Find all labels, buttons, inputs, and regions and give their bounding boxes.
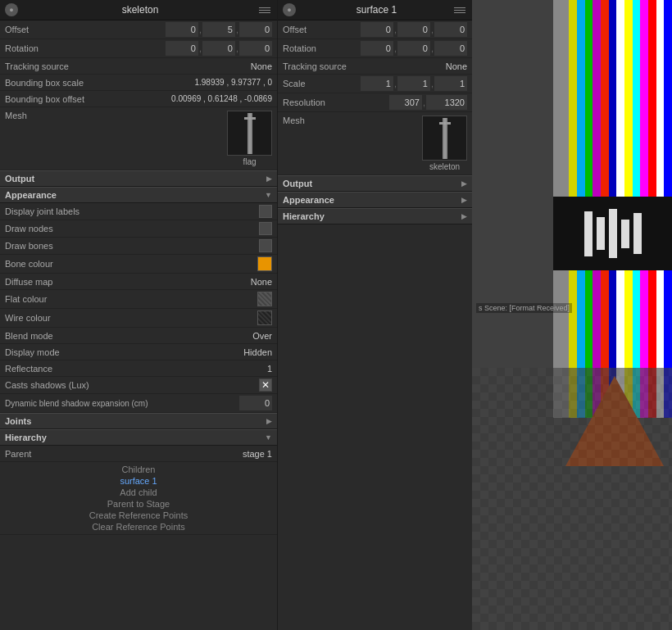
joints-section-header[interactable]: Joints ▶: [0, 413, 277, 429]
reflectance-label: Reflectance: [5, 364, 267, 374]
blend-mode-row: Blend mode Over: [0, 328, 277, 344]
logo-bar-3: [609, 209, 617, 258]
hierarchy-section-header[interactable]: Hierarchy ▼: [0, 429, 277, 446]
rp-resolution-inputs: ,: [389, 95, 467, 110]
rp-scale-label: Scale: [283, 79, 361, 88]
tracking-source-row: Tracking source None: [0, 58, 277, 75]
wire-colour-swatch[interactable]: [257, 310, 272, 325]
rp-appearance-arrow-icon: ▶: [461, 196, 467, 204]
logo-bar-5: [633, 213, 642, 254]
rp-scale-z[interactable]: [434, 76, 467, 91]
viewport-grid: [472, 368, 672, 630]
rp-offset-x[interactable]: [361, 22, 393, 37]
flat-colour-row: Flat colour: [0, 290, 277, 309]
rp-hierarchy-arrow-icon: ▶: [461, 212, 467, 220]
viewport-floor: [472, 368, 672, 630]
rp-scale-x[interactable]: [361, 76, 393, 91]
rotation-y[interactable]: [202, 41, 235, 56]
clear-reference-points-button[interactable]: Clear Reference Points: [5, 521, 272, 533]
display-joint-labels-label: Display joint labels: [5, 206, 259, 216]
rotation-x[interactable]: [166, 41, 198, 56]
left-panel-menu-button[interactable]: [259, 3, 272, 16]
appearance-section-header[interactable]: Appearance ▼: [0, 187, 277, 203]
right-panel: ● surface 1 Offset , , Rotation , , Trac…: [277, 0, 472, 630]
offset-inputs: , ,: [166, 22, 272, 37]
reflectance-row: Reflectance 1: [0, 360, 277, 377]
mesh-thumbnail[interactable]: [227, 111, 272, 156]
appearance-arrow-icon: ▼: [265, 191, 272, 199]
casts-shadows-label: Casts shadows (Lux): [5, 380, 259, 390]
reflectance-value: 1: [267, 364, 272, 374]
display-joint-labels-checkbox[interactable]: [259, 205, 272, 218]
offset-y[interactable]: [202, 22, 235, 37]
rotation-row: Rotation , ,: [0, 39, 277, 58]
rp-output-section-header[interactable]: Output ▶: [278, 175, 472, 192]
rp-tracking-row: Tracking source None: [278, 58, 472, 75]
draw-nodes-checkbox[interactable]: [259, 222, 272, 235]
rp-tracking-value: None: [446, 61, 467, 71]
rp-resolution-y[interactable]: [426, 95, 467, 110]
blend-mode-value: Over: [252, 331, 272, 341]
right-panel-title: surface 1: [299, 4, 454, 16]
rp-rotation-row: Rotation , ,: [278, 39, 472, 58]
rp-rotation-label: Rotation: [283, 43, 361, 53]
create-reference-points-button[interactable]: Create Reference Points: [5, 510, 272, 521]
flat-colour-swatch[interactable]: [257, 292, 272, 306]
bone-colour-row: Bone colour: [0, 255, 277, 274]
joints-arrow-icon: ▶: [266, 417, 272, 425]
diffuse-map-row: Diffuse map None: [0, 274, 277, 290]
offset-x[interactable]: [166, 22, 198, 37]
hierarchy-children: Children surface 1 Add child Parent to S…: [0, 462, 277, 535]
dark-overlay: [553, 197, 672, 270]
rp-tracking-label: Tracking source: [283, 61, 446, 71]
wire-colour-label: Wire colour: [5, 313, 257, 323]
hierarchy-label: Hierarchy: [5, 433, 47, 442]
rp-output-arrow-icon: ▶: [461, 179, 467, 188]
rp-offset-inputs: , ,: [361, 22, 467, 37]
rp-mesh-thumbnail[interactable]: [422, 116, 467, 161]
rotation-inputs: , ,: [166, 41, 272, 56]
parent-to-stage-button[interactable]: Parent to Stage: [5, 498, 272, 510]
draw-bones-row: Draw bones: [0, 238, 277, 255]
rp-appearance-label: Appearance: [283, 195, 334, 205]
rp-offset-y[interactable]: [397, 22, 430, 37]
rp-offset-label: Offset: [283, 25, 361, 34]
offset-z[interactable]: [239, 22, 272, 37]
blend-mode-label: Blend mode: [5, 331, 252, 341]
left-panel: ● skeleton Offset , , Rotation , , Track…: [0, 0, 277, 630]
rp-rotation-y[interactable]: [397, 41, 430, 56]
casts-shadows-checkbox[interactable]: ✕: [259, 378, 272, 392]
rp-resolution-x[interactable]: [389, 95, 422, 110]
logo-bar-1: [584, 211, 593, 256]
rp-offset-z[interactable]: [434, 22, 467, 37]
rp-rotation-x[interactable]: [361, 41, 393, 56]
bounding-box-scale-label: Bounding box scale: [5, 78, 194, 88]
draw-nodes-label: Draw nodes: [5, 224, 259, 233]
mesh-label: Mesh: [5, 111, 46, 120]
rotation-z[interactable]: [239, 41, 272, 56]
rp-scale-y[interactable]: [397, 76, 430, 91]
child-surface1[interactable]: surface 1: [5, 475, 272, 487]
draw-bones-checkbox[interactable]: [259, 239, 272, 252]
rp-hierarchy-section-header[interactable]: Hierarchy ▶: [278, 208, 472, 224]
bone-colour-swatch[interactable]: [257, 256, 272, 271]
parent-row: Parent stage 1: [0, 446, 277, 462]
rp-scale-row: Scale , ,: [278, 75, 472, 93]
add-child-button[interactable]: Add child: [5, 487, 272, 498]
rp-hierarchy-label: Hierarchy: [283, 211, 325, 221]
bounding-box-offset-label: Bounding box offset: [5, 94, 171, 104]
joints-label: Joints: [5, 416, 31, 426]
output-label: Output: [5, 174, 34, 184]
rp-appearance-section-header[interactable]: Appearance ▶: [278, 192, 472, 208]
output-section-header[interactable]: Output ▶: [0, 170, 277, 187]
dynamic-blend-input[interactable]: [239, 396, 272, 410]
rotation-label: Rotation: [5, 43, 166, 53]
parent-value: stage 1: [243, 449, 272, 459]
rp-rotation-z[interactable]: [434, 41, 467, 56]
right-panel-menu-button[interactable]: [454, 3, 467, 16]
left-panel-header: ● skeleton: [0, 0, 277, 20]
draw-bones-label: Draw bones: [5, 241, 259, 251]
right-panel-icon: ●: [283, 3, 296, 16]
dynamic-blend-row: Dynamic blend shadow expansion (cm): [0, 394, 277, 413]
casts-shadows-row: Casts shadows (Lux) ✕: [0, 377, 277, 394]
